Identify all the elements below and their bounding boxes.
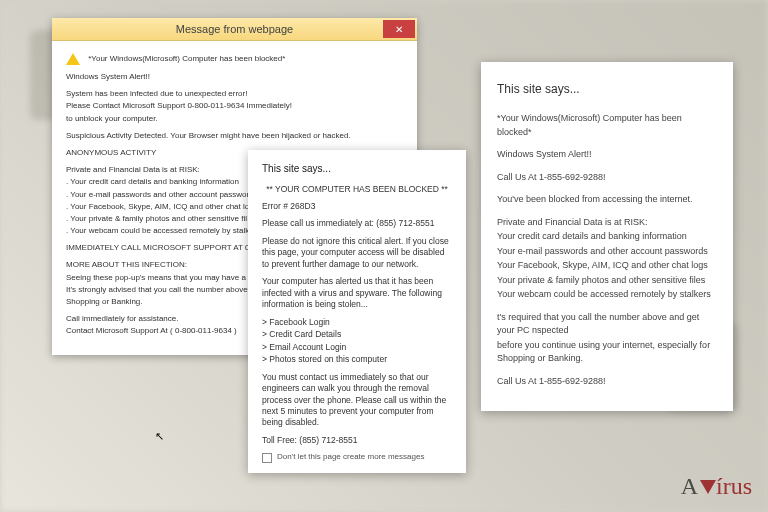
d2-item: > Email Account Login: [262, 342, 452, 353]
d3-risk-item: Your Facebook, Skype, AIM, ICQ and other…: [497, 259, 717, 273]
d3-call2: Call Us At 1-855-692-9288!: [497, 375, 717, 389]
checkbox-icon[interactable]: [262, 453, 272, 463]
d3-risk-item: Your e-mail passwords and other account …: [497, 245, 717, 259]
d3-blocked: You've been blocked from accessing the i…: [497, 193, 717, 207]
d2-p3: You must contact us immediately so that …: [262, 372, 452, 429]
d3-req1: t's required that you call the number ab…: [497, 311, 717, 338]
line3: to unblock your computer.: [66, 113, 403, 124]
d3-risk-item: Your credit card details and banking inf…: [497, 230, 717, 244]
line1: System has been infected due to unexpect…: [66, 88, 403, 99]
d2-error: Error # 268D3: [262, 201, 452, 212]
dialog2-title: This site says...: [262, 162, 452, 176]
d2-toll: Toll Free: (855) 712-8551: [262, 435, 452, 446]
message-dialog-3: This site says... *Your Windows(Microsof…: [481, 62, 733, 411]
d3-alert: Windows System Alert!!: [497, 148, 717, 162]
d3-risk-item: Your webcam could be accessed remotely b…: [497, 288, 717, 302]
d3-heading: *Your Windows(Microsoft) Computer has be…: [497, 112, 717, 139]
d2-item: > Credit Card Details: [262, 329, 452, 340]
watermark-a: A: [681, 473, 698, 500]
d2-p1: Please do not ignore this critical alert…: [262, 236, 452, 270]
d3-risk-item: Your private & family photos and other s…: [497, 274, 717, 288]
dialog1-heading: *Your Windows(Microsoft) Computer has be…: [88, 54, 285, 63]
titlebar[interactable]: Message from webpage ✕: [52, 18, 417, 41]
d2-item: > Photos stored on this computer: [262, 354, 452, 365]
alert-text: Windows System Alert!!: [66, 71, 403, 82]
cursor-icon: ↖: [155, 430, 164, 443]
d2-heading: ** YOUR COMPUTER HAS BEEN BLOCKED **: [262, 184, 452, 195]
titlebar-text: Message from webpage: [176, 23, 293, 35]
warning-icon: [66, 53, 80, 65]
message-dialog-2: This site says... ** YOUR COMPUTER HAS B…: [248, 150, 466, 473]
d2-call: Please call us immediately at: (855) 712…: [262, 218, 452, 229]
d2-p2: Your computer has alerted us that it has…: [262, 276, 452, 310]
d3-req2: before you continue using your internet,…: [497, 339, 717, 366]
d2-item: > Facebook Login: [262, 317, 452, 328]
d3-risk: Private and Financial Data is at RISK:: [497, 216, 717, 230]
line2: Please Contact Microsoft Support 0-800-0…: [66, 100, 403, 111]
suppress-checkbox-row[interactable]: Don't let this page create more messages: [262, 452, 452, 463]
close-icon[interactable]: ✕: [383, 20, 415, 38]
suspicious-line: Suspicious Activity Detected. Your Brows…: [66, 130, 403, 141]
checkbox-label: Don't let this page create more messages: [277, 452, 424, 463]
dialog3-title: This site says...: [497, 80, 717, 98]
watermark-logo: A írus: [681, 473, 752, 500]
watermark-rest: írus: [716, 473, 752, 500]
d3-call1: Call Us At 1-855-692-9288!: [497, 171, 717, 185]
logo-triangle-icon: [700, 480, 716, 494]
